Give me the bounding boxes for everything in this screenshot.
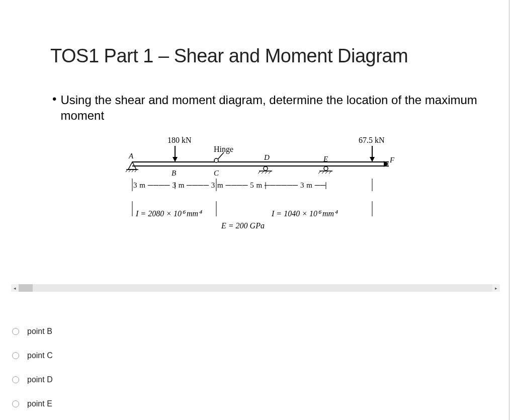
scroll-track[interactable] — [19, 284, 492, 292]
svg-marker-1 — [173, 157, 178, 162]
radio-icon[interactable] — [12, 352, 19, 359]
modulus-label: E = 200 GPa — [221, 221, 265, 230]
svg-marker-3 — [370, 157, 375, 162]
radio-icon[interactable] — [12, 400, 19, 407]
point-b-label: B — [172, 169, 176, 178]
inertia-2-label: I = 1040 × 10⁶ mm⁴ — [272, 209, 337, 218]
option-point-b[interactable]: point B — [12, 319, 53, 344]
instruction-text: Using the shear and moment diagram, dete… — [60, 92, 478, 123]
point-e-label: E — [323, 155, 328, 163]
answer-options: point B point C point D point E — [12, 319, 53, 416]
option-point-d[interactable]: point D — [12, 368, 53, 392]
point-f-label: F — [390, 156, 394, 164]
point-c-label: C — [214, 169, 219, 178]
scroll-right-arrow[interactable]: ▸ — [492, 284, 500, 292]
beam-diagram: 180 kN 67.5 kN Hinge A B C D E F 3 m ───… — [123, 136, 405, 236]
hinge-label: Hinge — [214, 145, 233, 154]
inertia-1-label: I = 2080 × 10⁶ mm⁴ — [136, 209, 201, 218]
scroll-left-arrow[interactable]: ◂ — [11, 284, 19, 292]
option-label: point E — [27, 399, 52, 408]
radio-icon[interactable] — [12, 376, 19, 383]
dimension-row: 3 m ──── 3 m ──── 3 m ──── 5 m ────── 3 … — [133, 181, 326, 190]
point-a-label: A — [129, 152, 133, 160]
horizontal-scrollbar[interactable]: ◂ ▸ — [11, 284, 500, 292]
svg-point-21 — [324, 166, 328, 171]
instruction-bullet: • Using the shear and moment diagram, de… — [50, 92, 478, 123]
load-1-label: 180 kN — [167, 136, 192, 145]
svg-point-7 — [214, 158, 218, 162]
scroll-thumb[interactable] — [19, 284, 33, 292]
option-label: point D — [27, 375, 53, 384]
bullet-glyph: • — [52, 92, 56, 106]
option-label: point B — [27, 327, 52, 336]
load-2-label: 67.5 kN — [359, 136, 385, 145]
window-border — [509, 0, 509, 420]
option-label: point C — [27, 351, 53, 360]
radio-icon[interactable] — [12, 328, 19, 335]
option-point-c[interactable]: point C — [12, 344, 53, 368]
svg-point-15 — [264, 166, 268, 171]
slide-content: TOS1 Part 1 – Shear and Moment Diagram •… — [0, 0, 498, 236]
point-d-label: D — [264, 153, 270, 162]
page-title: TOS1 Part 1 – Shear and Moment Diagram — [50, 45, 478, 67]
option-point-e[interactable]: point E — [12, 392, 53, 416]
